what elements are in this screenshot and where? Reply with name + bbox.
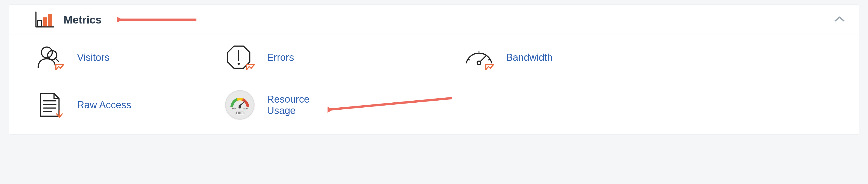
item-label-errors: Errors	[267, 52, 294, 63]
svg-rect-30	[238, 112, 239, 114]
svg-line-34	[331, 98, 452, 110]
item-bandwidth[interactable]: Bandwidth	[463, 44, 644, 71]
svg-text:MAX: MAX	[243, 108, 249, 110]
panel-header[interactable]: Metrics	[9, 5, 859, 35]
svg-rect-31	[239, 112, 241, 114]
svg-rect-2	[38, 21, 42, 26]
panel-header-left: Metrics	[34, 11, 199, 28]
svg-point-25	[239, 106, 241, 109]
empty-cell	[653, 44, 834, 71]
rawaccess-icon	[34, 91, 66, 118]
svg-point-6	[41, 47, 52, 58]
svg-rect-32	[241, 112, 242, 114]
collapse-chevron-icon[interactable]	[834, 16, 845, 24]
annotation-arrow-title	[117, 15, 199, 24]
errors-icon	[224, 44, 256, 71]
svg-line-18	[480, 56, 486, 61]
svg-text:MIN: MIN	[232, 108, 236, 110]
svg-line-12	[468, 59, 470, 60]
item-errors[interactable]: Errors	[224, 44, 454, 71]
item-label-visitors: Visitors	[77, 52, 110, 63]
item-rawaccess[interactable]: Raw Access	[34, 91, 215, 118]
panel-title: Metrics	[64, 13, 101, 26]
visitors-icon	[34, 44, 66, 71]
svg-point-11	[238, 63, 240, 65]
annotation-arrow-resource	[328, 96, 454, 114]
item-label-bandwidth: Bandwidth	[506, 52, 553, 63]
panel-body: Visitors	[9, 35, 859, 134]
svg-rect-4	[48, 14, 52, 26]
item-resource-usage[interactable]: MIN MAX Resource Usage	[224, 91, 454, 118]
svg-line-8	[55, 58, 59, 61]
bandwidth-icon	[463, 44, 495, 71]
metrics-grid: Visitors	[34, 44, 834, 118]
resource-usage-icon: MIN MAX	[224, 91, 256, 118]
metrics-panel: Metrics	[9, 4, 859, 134]
item-visitors[interactable]: Visitors	[34, 44, 215, 71]
svg-rect-33	[243, 112, 244, 114]
svg-line-16	[488, 59, 490, 60]
svg-rect-3	[43, 18, 47, 26]
svg-rect-29	[236, 112, 237, 114]
item-label-rawaccess: Raw Access	[77, 99, 131, 111]
metrics-icon	[34, 11, 55, 28]
item-label-resource: Resource Usage	[267, 94, 309, 116]
